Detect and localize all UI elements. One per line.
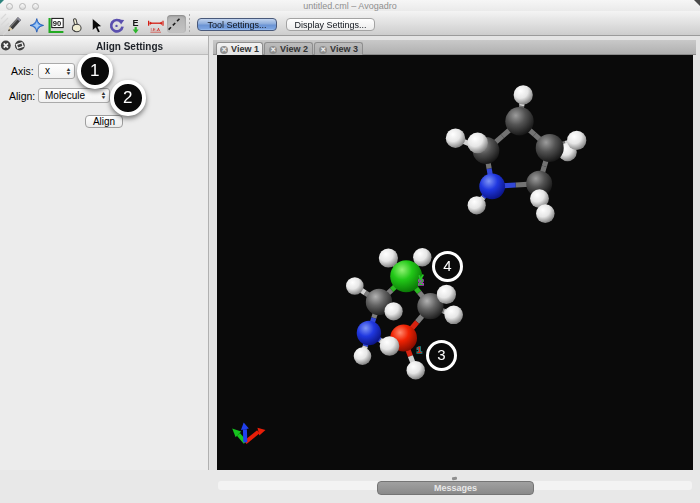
svg-text:1: 1	[417, 345, 422, 355]
svg-text:E: E	[133, 18, 139, 28]
svg-text:90: 90	[53, 19, 61, 28]
svg-text:I.E.A: I.E.A	[150, 27, 160, 32]
